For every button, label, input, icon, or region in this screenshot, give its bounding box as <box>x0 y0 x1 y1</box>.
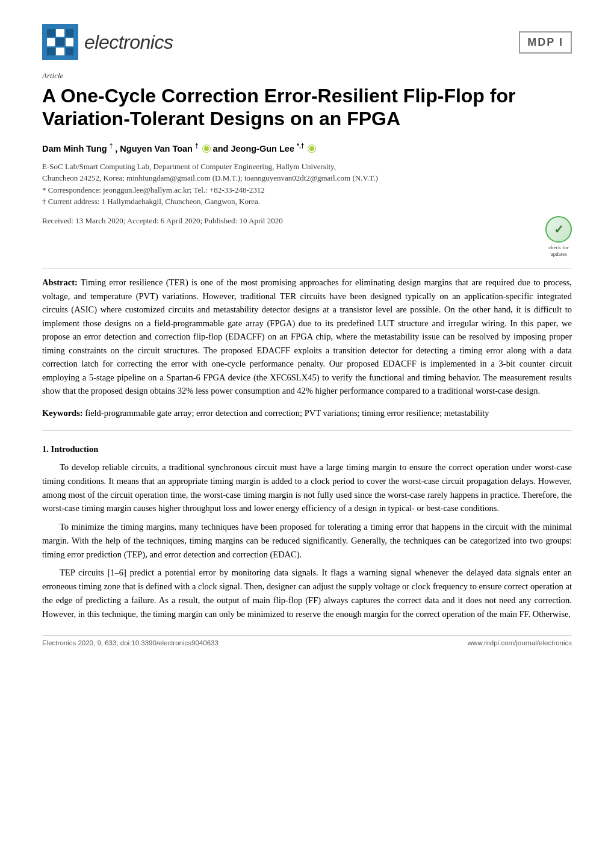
journal-branding: electronics <box>42 24 173 60</box>
orcid-icon-author3 <box>308 144 316 153</box>
check-updates-icon <box>545 216 572 243</box>
page-footer: Electronics 2020, 9, 633; doi:10.3390/el… <box>42 635 572 646</box>
dates-and-badge-row: Received: 13 March 2020; Accepted: 6 Apr… <box>42 216 572 258</box>
abstract-text: Abstract: Timing error resilience (TER) … <box>42 276 572 397</box>
divider-top <box>42 268 572 268</box>
orcid-icon-author2 <box>202 144 211 153</box>
affiliation-line-4: † Current address: 1 Hallymdaehakgil, Ch… <box>42 196 572 208</box>
footer-doi: Electronics 2020, 9, 633; doi:10.3390/el… <box>42 639 219 646</box>
publication-dates: Received: 13 March 2020; Accepted: 6 Apr… <box>42 216 283 226</box>
section-1-para-3: TEP circuits [1–6] predict a potential e… <box>42 566 572 621</box>
section-1-heading: 1. Introduction <box>42 444 572 454</box>
author-separator-2: and <box>213 144 231 153</box>
affiliation-line-1: E-SoC Lab/Smart Computing Lab, Departmen… <box>42 161 572 173</box>
footer-url: www.mdpi.com/journal/electronics <box>468 639 572 646</box>
article-type-label: Article <box>42 71 572 81</box>
check-for-updates-badge[interactable]: check for updates <box>545 216 572 258</box>
keywords-label: Keywords: <box>42 408 83 418</box>
abstract-section: Abstract: Timing error resilience (TER) … <box>42 276 572 397</box>
authors-line: Dam Minh Tung † , Nguyen Van Toan † and … <box>42 143 572 153</box>
check-updates-label: check for updates <box>548 244 569 258</box>
affiliation-block: E-SoC Lab/Smart Computing Lab, Departmen… <box>42 161 572 208</box>
affiliation-line-3: * Correspondence: jeonggun.lee@hallym.ac… <box>42 184 572 196</box>
page-header: electronics MDP I <box>42 24 572 60</box>
abstract-label: Abstract: <box>42 277 78 287</box>
mdpi-logo: MDP I <box>519 31 572 54</box>
journal-logo <box>42 24 78 60</box>
author-1: Dam Minh Tung † <box>42 144 113 153</box>
keywords-section: Keywords: field-programmable gate array;… <box>42 406 572 420</box>
author-2: Nguyen Van Toan † <box>120 144 198 153</box>
journal-name-text: electronics <box>84 31 173 54</box>
affiliation-line-2: Chuncheon 24252, Korea; minhtungdam@gmai… <box>42 172 572 184</box>
section-1-para-1: To develop reliable circuits, a traditio… <box>42 460 572 515</box>
author-3: Jeong-Gun Lee *,† <box>231 144 304 153</box>
divider-after-keywords <box>42 430 572 431</box>
article-title: A One-Cycle Correction Error-Resilient F… <box>42 84 572 131</box>
section-1-para-2: To minimize the timing margins, many tec… <box>42 520 572 561</box>
